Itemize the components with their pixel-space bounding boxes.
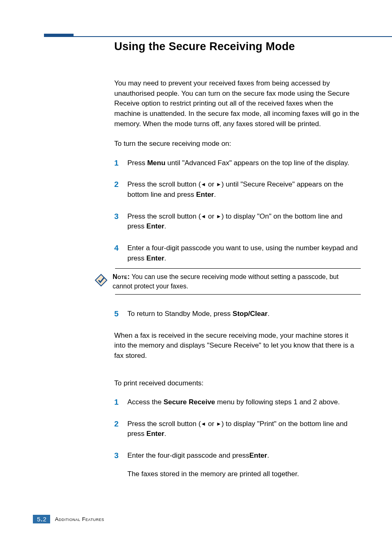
procedure-2-steps: 1 Access the Secure Receive menu by foll… [114, 397, 361, 479]
note-icon [90, 272, 113, 288]
secure-receive-menu: Secure Receive [164, 398, 215, 406]
step-text: . [267, 452, 269, 459]
note-label: Note: [113, 273, 130, 280]
procedure-1-steps: 1 Press Menu until "Advanced Fax" appear… [114, 158, 361, 263]
main-content: Using the Secure Receiving Mode You may … [114, 40, 361, 275]
step-number: 1 [114, 396, 119, 408]
step-text: . [164, 430, 166, 438]
page-number: 2 [43, 516, 47, 523]
right-arrow-icon: ► [216, 181, 221, 187]
procedure-1-lead: To turn the secure receiving mode on: [114, 139, 361, 149]
step-number: 2 [114, 179, 119, 190]
step-text: Enter the four-digit passcode and press [127, 452, 249, 459]
step-text: or [206, 420, 216, 428]
step-text: menu by following steps 1 and 2 above. [215, 398, 340, 406]
footer-section-label: Additional Features [55, 516, 104, 522]
intro-paragraph: You may need to prevent your received fa… [114, 78, 361, 129]
step-sub-text: The faxes stored in the memory are print… [127, 469, 361, 479]
step-text: or [206, 180, 216, 188]
enter-key: Enter [146, 430, 164, 438]
step-2: 2 Press the scroll button (◄ or ►) to di… [114, 419, 361, 439]
right-arrow-icon: ► [216, 213, 221, 219]
step-number: 5 [114, 308, 119, 320]
step-number: 4 [114, 242, 119, 254]
step-3: 3 Enter the four-digit passcode and pres… [114, 451, 361, 479]
mid-paragraph: When a fax is received in the secure rec… [114, 331, 361, 361]
step-number: 2 [114, 418, 119, 430]
step-1: 1 Access the Secure Receive menu by foll… [114, 397, 361, 408]
note-text: Note: You can use the secure receiving m… [113, 272, 361, 291]
step-4: 4 Enter a four-digit passcode you want t… [114, 243, 361, 263]
step-number: 3 [114, 450, 119, 461]
step-text: . [214, 191, 216, 198]
enter-key: Enter [196, 191, 214, 198]
step-2: 2 Press the scroll button (◄ or ►) until… [114, 180, 361, 200]
step-number: 3 [114, 211, 119, 222]
note-block: Note: You can use the secure receiving m… [90, 268, 361, 295]
page-title: Using the Secure Receiving Mode [114, 40, 361, 53]
step-text: or [206, 212, 216, 220]
step-text: Press the scroll button ( [127, 420, 201, 428]
step-text: Access the [127, 398, 164, 406]
procedure-2-lead: To print received documents: [114, 378, 361, 389]
step-3: 3 Press the scroll button (◄ or ►) to di… [114, 212, 361, 232]
enter-key: Enter [249, 452, 267, 459]
header-rule [44, 36, 392, 37]
enter-key: Enter [146, 222, 164, 230]
right-arrow-icon: ► [216, 421, 221, 427]
left-arrow-icon: ◄ [201, 421, 206, 427]
step-number: 1 [114, 157, 119, 169]
page-footer: 5.2 Additional Features [33, 515, 104, 523]
step-text: until "Advanced Fax" appears on the top … [166, 159, 349, 167]
step-text: . [164, 254, 166, 262]
step-text: . [164, 222, 166, 230]
menu-key: Menu [147, 159, 165, 167]
chapter-number: 5 [37, 516, 41, 523]
step-5: 5 To return to Standby Mode, press Stop/… [114, 309, 361, 319]
procedure-1-continued: 5 To return to Standby Mode, press Stop/… [114, 309, 361, 319]
note-body-text: You can use the secure receiving mode wi… [113, 273, 339, 290]
page-number-badge: 5.2 [33, 515, 50, 523]
stop-clear-key: Stop/Clear [233, 310, 267, 318]
step-text: Press the scroll button ( [127, 212, 201, 220]
step-text: To return to Standby Mode, press [127, 310, 233, 318]
step-text: Press [127, 159, 147, 167]
content-block-2: 5 To return to Standby Mode, press Stop/… [114, 309, 361, 491]
left-arrow-icon: ◄ [201, 213, 206, 219]
note-rule [115, 294, 361, 295]
step-1: 1 Press Menu until "Advanced Fax" appear… [114, 158, 361, 168]
enter-key: Enter [146, 254, 164, 262]
left-arrow-icon: ◄ [201, 181, 206, 187]
step-text: . [267, 310, 270, 318]
step-text: Press the scroll button ( [127, 180, 201, 188]
